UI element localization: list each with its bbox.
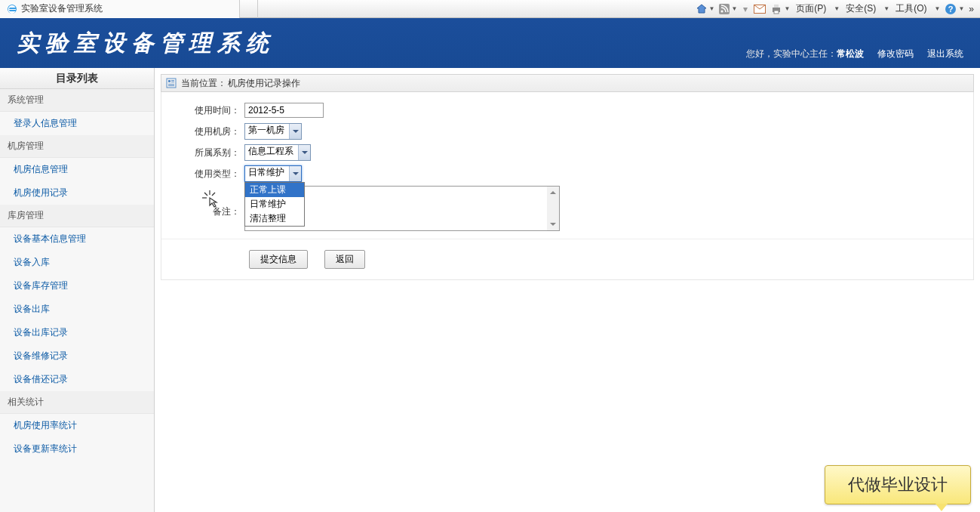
svg-rect-12 xyxy=(171,82,174,82)
app-title: 实验室设备管理系统 xyxy=(17,28,275,59)
splitter[interactable] xyxy=(154,68,155,512)
menu-safety[interactable]: 安全(S) xyxy=(844,2,877,15)
room-label: 使用机房： xyxy=(161,125,244,138)
app-header: 实验室设备管理系统 您好，实验中心主任：常松波 修改密码 退出系统 xyxy=(0,18,980,68)
ie-icon xyxy=(6,3,18,15)
svg-rect-11 xyxy=(171,80,174,81)
sidebar-item[interactable]: 设备入库 xyxy=(0,251,154,274)
location-prefix: 当前位置： xyxy=(181,77,226,90)
submit-button[interactable]: 提交信息 xyxy=(249,250,308,269)
svg-rect-9 xyxy=(167,79,176,88)
type-label: 使用类型： xyxy=(161,168,244,180)
textarea-scrollbar[interactable] xyxy=(547,187,559,230)
svg-rect-13 xyxy=(168,84,174,85)
print-icon[interactable]: ▼ xyxy=(770,3,790,15)
browser-tab[interactable]: 实验室设备管理系统 xyxy=(0,0,240,18)
breadcrumb: 当前位置： 机房使用记录操作 xyxy=(161,74,974,92)
menu-tools[interactable]: 工具(O) xyxy=(894,2,928,15)
browser-chrome: 实验室设备管理系统 ▼ ▼ ▾ ▼ 页面(P)▼ 安全(S)▼ 工具(O)▼ ?… xyxy=(0,0,980,18)
sidebar-item[interactable]: 设备库存管理 xyxy=(0,274,154,298)
form: 使用时间： 使用机房： 第一机房 所属系别： 信息工程系 xyxy=(161,92,974,280)
svg-rect-5 xyxy=(774,5,779,8)
help-icon[interactable]: ?▼ xyxy=(945,3,964,15)
tab-title: 实验室设备管理系统 xyxy=(21,2,103,15)
sidebar-category: 系统管理 xyxy=(0,89,154,112)
home-icon[interactable]: ▼ xyxy=(696,3,715,15)
svg-line-18 xyxy=(212,193,215,196)
location-icon xyxy=(166,78,177,88)
type-dropdown: 正常上课 日常维护 清洁整理 xyxy=(244,182,305,227)
browser-toolbar: ▼ ▼ ▾ ▼ 页面(P)▼ 安全(S)▼ 工具(O)▼ ?▼ » xyxy=(696,2,980,15)
time-label: 使用时间： xyxy=(161,104,244,117)
feed-icon[interactable]: ▼ xyxy=(719,4,737,14)
new-tab-button[interactable] xyxy=(240,0,258,18)
svg-rect-6 xyxy=(774,11,779,14)
sidebar-item[interactable]: 设备基本信息管理 xyxy=(0,227,154,251)
tooltip-balloon: 代做毕业设计 xyxy=(825,465,971,504)
time-input[interactable] xyxy=(244,103,324,118)
room-select[interactable]: 第一机房 xyxy=(244,123,302,140)
dept-label: 所属系别： xyxy=(161,147,244,159)
sidebar-item[interactable]: 设备借还记录 xyxy=(0,368,154,391)
sidebar-item[interactable]: 机房使用率统计 xyxy=(0,414,154,437)
change-password-link[interactable]: 修改密码 xyxy=(877,48,914,60)
dept-select[interactable]: 信息工程系 xyxy=(244,144,311,161)
svg-point-2 xyxy=(721,10,723,12)
logout-link[interactable]: 退出系统 xyxy=(927,48,963,60)
location-value: 机房使用记录操作 xyxy=(228,77,300,90)
type-select[interactable]: 日常维护 正常上课 日常维护 清洁整理 xyxy=(244,165,302,182)
greeting: 您好，实验中心主任：常松波 xyxy=(746,48,864,60)
sidebar-item[interactable]: 设备出库 xyxy=(0,298,154,321)
sidebar-item[interactable]: 机房使用记录 xyxy=(0,181,154,205)
sidebar-item[interactable]: 登录人信息管理 xyxy=(0,112,154,135)
sidebar-item[interactable]: 设备维修记录 xyxy=(0,344,154,368)
sidebar-item[interactable]: 设备出库记录 xyxy=(0,321,154,344)
user-area: 您好，实验中心主任：常松波 修改密码 退出系统 xyxy=(746,48,963,60)
sidebar-category: 库房管理 xyxy=(0,205,154,227)
mail-icon[interactable] xyxy=(754,5,766,14)
content-area: 当前位置： 机房使用记录操作 使用时间： 使用机房： 第一机房 所属系别： xyxy=(155,68,980,512)
back-button[interactable]: 返回 xyxy=(324,250,365,269)
sidebar: 目录列表 系统管理登录人信息管理机房管理机房信息管理机房使用记录库房管理设备基本… xyxy=(0,68,155,512)
sidebar-title: 目录列表 xyxy=(0,68,154,89)
svg-line-17 xyxy=(204,193,207,196)
sidebar-category: 机房管理 xyxy=(0,135,154,158)
type-option[interactable]: 正常上课 xyxy=(245,183,304,197)
svg-text:?: ? xyxy=(948,5,954,14)
menu-page[interactable]: 页面(P) xyxy=(794,2,828,15)
svg-rect-14 xyxy=(168,85,174,86)
expand-icon[interactable]: » xyxy=(969,4,974,14)
sidebar-item[interactable]: 机房信息管理 xyxy=(0,158,154,181)
type-option[interactable]: 日常维护 xyxy=(245,197,304,211)
sidebar-category: 相关统计 xyxy=(0,391,154,414)
type-option[interactable]: 清洁整理 xyxy=(245,211,304,226)
remark-label: 备注： xyxy=(161,186,244,218)
svg-rect-10 xyxy=(168,80,171,82)
sidebar-item[interactable]: 设备更新率统计 xyxy=(0,437,154,461)
